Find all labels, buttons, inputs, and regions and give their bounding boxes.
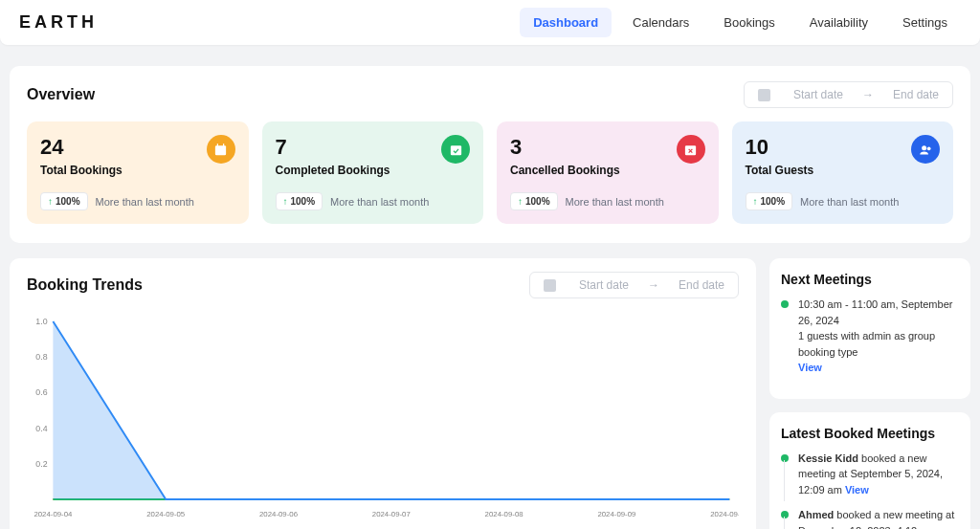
svg-text:2024-09-04: 2024-09-04 (33, 510, 73, 518)
date-start[interactable]: Start date (793, 88, 843, 101)
status-dot-icon (781, 454, 789, 462)
trends-title: Booking Trends (27, 276, 143, 294)
svg-rect-1 (217, 143, 218, 146)
overview-title: Overview (27, 86, 95, 103)
next-meeting-item: 10:30 am - 11:00 am, September 26, 20241… (781, 297, 959, 376)
stat-label: Completed Bookings (276, 164, 471, 177)
stat-value: 24 (40, 135, 235, 160)
nav-calendars[interactable]: Calendars (619, 8, 702, 37)
stat-note: More than last month (566, 196, 664, 208)
date-end[interactable]: End date (679, 278, 724, 292)
primary-nav: DashboardCalendarsBookingsAvailabilitySe… (520, 8, 961, 37)
arrow-up-icon: ↑ (518, 196, 523, 207)
view-link[interactable]: View (798, 362, 822, 373)
svg-point-6 (926, 146, 930, 150)
nav-bookings[interactable]: Bookings (710, 8, 788, 37)
svg-text:2024-09-08: 2024-09-08 (485, 510, 524, 518)
latest-meeting-item: Ahmed booked a new meeting at December 1… (781, 507, 959, 529)
date-range-arrow-icon: → (862, 88, 874, 101)
svg-text:0.2: 0.2 (35, 459, 47, 469)
pct-badge: ↑100% (510, 192, 558, 210)
calendar-icon (544, 279, 556, 292)
svg-text:0.8: 0.8 (35, 352, 47, 362)
svg-text:2024-09-09: 2024-09-09 (597, 510, 636, 518)
svg-text:2024-09-06: 2024-09-06 (259, 510, 299, 518)
calendar-check-icon (441, 135, 470, 164)
calendar-icon (207, 135, 235, 164)
stat-label: Cancelled Bookings (510, 164, 705, 177)
arrow-up-icon: ↑ (283, 196, 288, 207)
top-header: EARTH DashboardCalendarsBookingsAvailabi… (0, 0, 980, 45)
stat-note: More than last month (96, 196, 194, 208)
stat-label: Total Bookings (40, 164, 235, 177)
svg-text:2024-09-10: 2024-09-10 (710, 510, 739, 518)
latest-meetings-card: Latest Booked Meetings Kessie Kidd booke… (769, 412, 970, 530)
latest-meeting-item: Kessie Kidd booked a new meeting at Sept… (781, 451, 959, 498)
date-end[interactable]: End date (893, 88, 939, 101)
status-dot-icon (781, 511, 789, 518)
svg-rect-3 (450, 145, 460, 155)
calendar-icon (758, 89, 770, 101)
nav-availability[interactable]: Availability (796, 8, 881, 37)
svg-text:0.6: 0.6 (35, 387, 47, 397)
pct-badge: ↑100% (40, 192, 88, 210)
svg-rect-2 (223, 143, 224, 146)
logo: EARTH (19, 12, 98, 33)
svg-text:2024-09-05: 2024-09-05 (146, 510, 186, 518)
stat-label: Total Guests (746, 164, 941, 177)
svg-text:2024-09-07: 2024-09-07 (372, 510, 411, 518)
nav-dashboard[interactable]: Dashboard (520, 8, 612, 37)
arrow-up-icon: ↑ (753, 196, 758, 207)
trends-chart: 0.20.40.60.81.02024-09-042024-09-052024-… (27, 312, 739, 522)
svg-text:0.4: 0.4 (35, 424, 47, 433)
stat-total-guests[interactable]: 10 Total Guests ↑100% More than last mon… (732, 121, 954, 224)
view-link[interactable]: View (845, 484, 869, 496)
trends-date-range[interactable]: Start date → End date (529, 272, 739, 298)
pct-badge: ↑100% (746, 192, 793, 210)
stat-note: More than last month (800, 196, 899, 208)
overview-date-range[interactable]: Start date → End date (744, 81, 953, 108)
booking-trends-card: Booking Trends Start date → End date 0.2… (10, 258, 756, 529)
calendar-x-icon (677, 135, 705, 164)
date-start[interactable]: Start date (579, 278, 629, 292)
next-meetings-card: Next Meetings 10:30 am - 11:00 am, Septe… (769, 258, 970, 399)
svg-text:1.0: 1.0 (35, 317, 47, 326)
arrow-up-icon: ↑ (48, 196, 53, 207)
stat-value: 3 (510, 135, 705, 160)
stat-total-bookings[interactable]: 24 Total Bookings ↑100% More than last m… (27, 121, 249, 224)
status-dot-icon (781, 300, 789, 308)
stat-cancelled-bookings[interactable]: 3 Cancelled Bookings ↑100% More than las… (497, 121, 719, 224)
stat-note: More than last month (330, 196, 429, 208)
pct-badge: ↑100% (276, 192, 323, 210)
nav-settings[interactable]: Settings (889, 8, 961, 37)
svg-point-5 (922, 145, 926, 150)
stat-completed-bookings[interactable]: 7 Completed Bookings ↑100% More than las… (262, 121, 484, 224)
next-meetings-title: Next Meetings (781, 272, 959, 287)
latest-meetings-title: Latest Booked Meetings (781, 426, 959, 441)
overview-card: Overview Start date → End date 24 Total … (10, 66, 970, 243)
users-icon (911, 135, 940, 164)
svg-rect-0 (215, 145, 226, 155)
date-range-arrow-icon: → (648, 278, 659, 292)
